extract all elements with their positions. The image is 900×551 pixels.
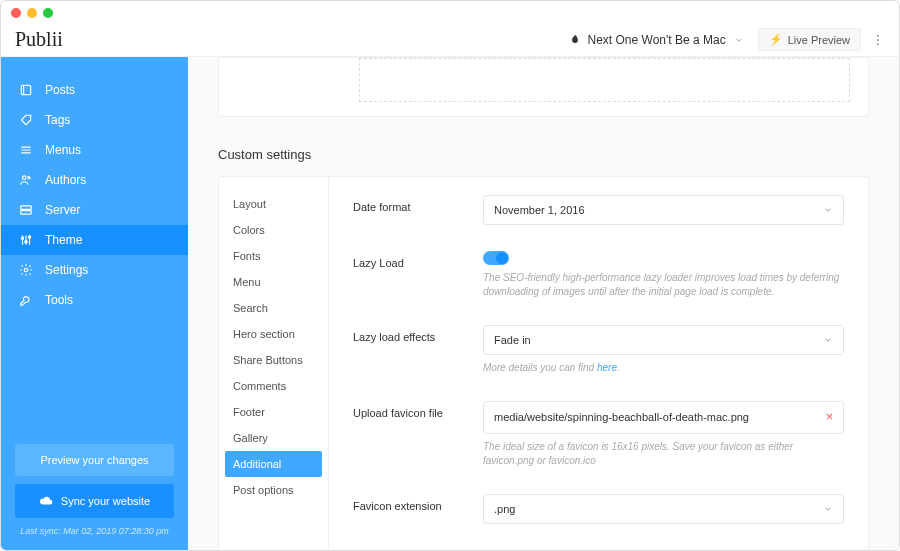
- theme-icon: [19, 233, 33, 247]
- sidebar-item-label: Settings: [45, 263, 88, 277]
- posts-icon: [19, 83, 33, 97]
- authors-icon: [19, 173, 33, 187]
- svg-point-1: [877, 39, 879, 41]
- chevron-down-icon: [823, 504, 833, 514]
- sidebar-item-label: Server: [45, 203, 80, 217]
- tools-icon: [19, 293, 33, 307]
- favicon-file-label: Upload favicon file: [353, 401, 483, 419]
- sidebar-item-posts[interactable]: Posts: [1, 75, 188, 105]
- lazy-load-toggle[interactable]: [483, 251, 509, 265]
- date-format-select[interactable]: November 1, 2016: [483, 195, 844, 225]
- section-title: Custom settings: [218, 147, 869, 162]
- last-sync-text: Last sync: Mar 02, 2019 07:28:30 pm: [15, 526, 174, 536]
- menus-icon: [19, 143, 33, 157]
- dashed-placeholder: [359, 58, 850, 102]
- tab-gallery[interactable]: Gallery: [219, 425, 328, 451]
- tab-menu[interactable]: Menu: [219, 269, 328, 295]
- favicon-ext-value: .png: [494, 503, 515, 515]
- svg-point-7: [23, 176, 27, 180]
- favicon-file-input[interactable]: media/website/spinning-beachball-of-deat…: [483, 401, 844, 434]
- mac-close-dot[interactable]: [11, 8, 21, 18]
- sidebar-bottom: Preview your changes Sync your website L…: [1, 434, 188, 550]
- tab-comments[interactable]: Comments: [219, 373, 328, 399]
- svg-point-0: [877, 34, 879, 36]
- chevron-down-icon[interactable]: [734, 35, 744, 45]
- lazy-effects-select[interactable]: Fade in: [483, 325, 844, 355]
- svg-rect-3: [21, 85, 30, 94]
- tab-fonts[interactable]: Fonts: [219, 243, 328, 269]
- svg-point-17: [24, 268, 28, 272]
- tab-share-buttons[interactable]: Share Buttons: [219, 347, 328, 373]
- app-logo: Publii: [15, 28, 63, 51]
- favicon-file-help: The ideal size of a favicon is 16x16 pix…: [483, 440, 844, 468]
- main-content: Custom settings Layout Colors Fonts Menu…: [188, 57, 899, 550]
- lazy-effects-help: More details you can find here.: [483, 361, 844, 375]
- tab-additional[interactable]: Additional: [225, 451, 322, 477]
- sidebar-item-tags[interactable]: Tags: [1, 105, 188, 135]
- sidebar-item-label: Authors: [45, 173, 86, 187]
- tab-footer[interactable]: Footer: [219, 399, 328, 425]
- live-preview-label: Live Preview: [788, 34, 850, 46]
- sync-website-button[interactable]: Sync your website: [15, 484, 174, 518]
- sidebar-item-authors[interactable]: Authors: [1, 165, 188, 195]
- tab-colors[interactable]: Colors: [219, 217, 328, 243]
- mac-min-dot[interactable]: [27, 8, 37, 18]
- sidebar-item-settings[interactable]: Settings: [1, 255, 188, 285]
- lazy-effects-value: Fade in: [494, 334, 531, 346]
- settings-card: Layout Colors Fonts Menu Search Hero sec…: [218, 176, 869, 550]
- lazy-load-label: Lazy Load: [353, 251, 483, 269]
- toggle-knob: [496, 252, 508, 264]
- favicon-ext-label: Favicon extension: [353, 494, 483, 512]
- row-lazy-effects: Lazy load effects Fade in More details y…: [353, 325, 844, 375]
- sidebar-item-label: Tags: [45, 113, 70, 127]
- sidebar-item-menus[interactable]: Menus: [1, 135, 188, 165]
- clear-favicon-icon[interactable]: ×: [826, 410, 833, 424]
- sidebar-item-tools[interactable]: Tools: [1, 285, 188, 315]
- sidebar-item-server[interactable]: Server: [1, 195, 188, 225]
- sync-website-label: Sync your website: [61, 495, 150, 507]
- form-area: Date format November 1, 2016 Lazy Load: [329, 177, 868, 550]
- lazy-effects-label: Lazy load effects: [353, 325, 483, 343]
- preview-changes-button[interactable]: Preview your changes: [15, 444, 174, 476]
- tab-hero-section[interactable]: Hero section: [219, 321, 328, 347]
- svg-point-8: [28, 177, 30, 179]
- bolt-icon: ⚡: [769, 33, 783, 46]
- sidebar-item-label: Posts: [45, 83, 75, 97]
- site-name[interactable]: Next One Won't Be a Mac: [588, 33, 726, 47]
- lazy-load-help: The SEO-friendly high-performance lazy l…: [483, 271, 844, 299]
- row-favicon-file: Upload favicon file media/website/spinni…: [353, 401, 844, 468]
- favicon-file-value: media/website/spinning-beachball-of-deat…: [494, 410, 749, 425]
- flame-icon: [568, 33, 582, 47]
- live-preview-button[interactable]: ⚡ Live Preview: [758, 28, 861, 51]
- sidebar-item-theme[interactable]: Theme: [1, 225, 188, 255]
- svg-point-16: [28, 236, 30, 238]
- kebab-icon[interactable]: [861, 33, 885, 47]
- chevron-down-icon: [823, 205, 833, 215]
- chevron-down-icon: [823, 335, 833, 345]
- topbar: Publii Next One Won't Be a Mac ⚡ Live Pr…: [1, 23, 899, 57]
- svg-point-2: [877, 43, 879, 45]
- sidebar-item-label: Menus: [45, 143, 81, 157]
- svg-point-15: [25, 241, 27, 243]
- row-lazy-load: Lazy Load The SEO-friendly high-performa…: [353, 251, 844, 299]
- lazy-effects-help-link[interactable]: here: [597, 362, 617, 373]
- preview-changes-label: Preview your changes: [40, 454, 148, 466]
- tab-post-options[interactable]: Post options: [219, 477, 328, 503]
- cloud-icon: [39, 494, 53, 508]
- mac-max-dot[interactable]: [43, 8, 53, 18]
- date-format-label: Date format: [353, 195, 483, 213]
- tab-layout[interactable]: Layout: [219, 191, 328, 217]
- tab-search[interactable]: Search: [219, 295, 328, 321]
- prev-section-card: [218, 57, 869, 117]
- row-favicon-ext: Favicon extension .png: [353, 494, 844, 524]
- settings-icon: [19, 263, 33, 277]
- sidebar: Posts Tags Menus Authors Server Theme: [1, 57, 188, 550]
- server-icon: [19, 203, 33, 217]
- date-format-value: November 1, 2016: [494, 204, 585, 216]
- row-date-format: Date format November 1, 2016: [353, 195, 844, 225]
- mac-window-dots: [11, 8, 53, 18]
- favicon-ext-select[interactable]: .png: [483, 494, 844, 524]
- tags-icon: [19, 113, 33, 127]
- svg-rect-10: [21, 211, 32, 215]
- titlebar: [1, 1, 899, 23]
